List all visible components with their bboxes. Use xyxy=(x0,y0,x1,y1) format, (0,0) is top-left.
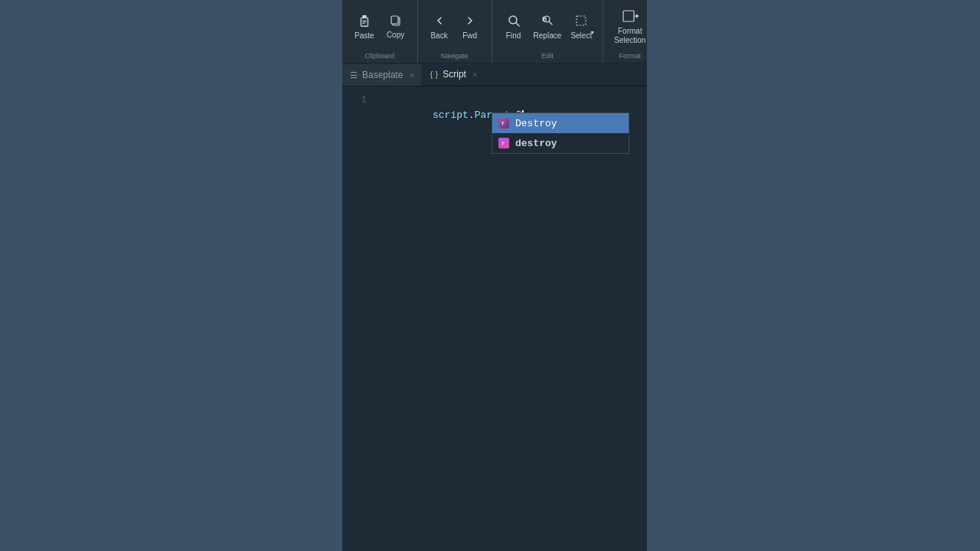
clipboard-section-name: Clipboard xyxy=(345,51,414,63)
line-numbers: 1 xyxy=(342,86,373,551)
baseplate-tab-icon: ☰ xyxy=(350,70,358,80)
find-label: Find xyxy=(506,31,521,40)
format-selection-icon xyxy=(622,9,639,25)
paste-icon xyxy=(358,14,371,30)
paste-button[interactable]: Paste xyxy=(348,11,381,43)
fwd-label: Fwd xyxy=(462,31,477,40)
select-button[interactable]: Select ▼ xyxy=(566,11,596,43)
find-icon xyxy=(507,14,521,30)
edit-buttons: Find B Replace xyxy=(495,0,600,51)
tab-script[interactable]: { } Script × xyxy=(423,64,486,86)
code-dot: . xyxy=(469,109,475,121)
svg-text:f: f xyxy=(501,121,505,127)
svg-text:f: f xyxy=(501,141,505,147)
code-content[interactable]: script.Parent:D xyxy=(373,86,647,551)
baseplate-tab-close[interactable]: × xyxy=(409,70,413,80)
format-section-name: Format xyxy=(606,51,653,63)
svg-line-11 xyxy=(549,21,552,24)
editor-window: Paste Copy Clipboard xyxy=(342,0,647,551)
format-buttons: FormatSelection xyxy=(606,0,653,51)
tab-baseplate[interactable]: ☰ Baseplate × xyxy=(342,64,423,86)
copy-icon xyxy=(390,15,402,29)
destroy-lower-icon: f xyxy=(498,138,509,148)
replace-icon: B xyxy=(541,14,554,30)
fwd-icon xyxy=(463,14,477,30)
toolbar-section-navigate: Back Fwd Navigate xyxy=(418,0,492,63)
format-selection-label: FormatSelection xyxy=(614,27,645,45)
navigate-section-name: Navigate xyxy=(421,51,488,63)
toolbar-section-format: FormatSelection Format xyxy=(603,0,656,63)
navigate-buttons: Back Fwd xyxy=(421,0,488,51)
paste-label: Paste xyxy=(354,31,374,40)
find-button[interactable]: Find xyxy=(498,11,529,43)
autocomplete-item-destroy-lower[interactable]: f destroy xyxy=(492,133,629,153)
toolbar: Paste Copy Clipboard xyxy=(342,0,647,64)
destroy-upper-label: Destroy xyxy=(515,118,557,129)
baseplate-tab-label: Baseplate xyxy=(362,70,403,80)
back-button[interactable]: Back xyxy=(424,11,455,43)
script-tab-close[interactable]: × xyxy=(472,70,477,79)
tabs-bar: ☰ Baseplate × { } Script × xyxy=(342,64,647,86)
svg-rect-1 xyxy=(362,15,366,18)
svg-rect-6 xyxy=(391,16,398,24)
editor-area: Paste Copy Clipboard xyxy=(0,0,980,551)
toolbar-section-edit: Find B Replace xyxy=(492,0,604,63)
back-label: Back xyxy=(430,31,447,40)
svg-line-8 xyxy=(516,23,519,26)
code-script: script xyxy=(433,109,469,121)
script-tab-label: Script xyxy=(443,69,466,80)
select-icon xyxy=(574,14,588,30)
code-line-1: script.Parent:D xyxy=(373,93,647,108)
code-editor[interactable]: 1 script.Parent:D xyxy=(342,86,647,551)
svg-rect-12 xyxy=(577,16,586,25)
fwd-button[interactable]: Fwd xyxy=(455,11,485,43)
back-icon xyxy=(433,14,446,30)
copy-button[interactable]: Copy xyxy=(381,11,411,42)
destroy-upper-icon: f xyxy=(498,118,509,129)
toolbar-section-clipboard: Paste Copy Clipboard xyxy=(342,0,418,63)
script-tab-icon: { } xyxy=(430,70,438,79)
format-selection-button[interactable]: FormatSelection xyxy=(609,6,650,48)
line-number-1: 1 xyxy=(342,93,367,108)
edit-section-name: Edit xyxy=(495,51,600,63)
svg-rect-13 xyxy=(623,11,634,21)
autocomplete-item-destroy-upper[interactable]: f Destroy xyxy=(492,113,629,133)
replace-label: Replace xyxy=(534,31,562,40)
clipboard-buttons: Paste Copy xyxy=(345,0,414,51)
select-label: Select xyxy=(570,31,592,40)
destroy-lower-label: destroy xyxy=(515,138,557,149)
copy-label: Copy xyxy=(387,31,404,39)
autocomplete-dropdown[interactable]: f Destroy xyxy=(492,112,629,154)
replace-button[interactable]: B Replace xyxy=(529,11,567,43)
